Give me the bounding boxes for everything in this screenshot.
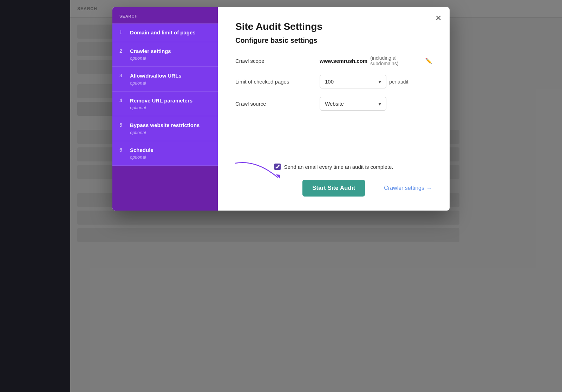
item-title-1: Domain and limit of pages bbox=[130, 29, 196, 36]
close-button[interactable]: ✕ bbox=[433, 13, 444, 24]
email-row: Send an email every time an audit is com… bbox=[235, 164, 432, 170]
crawler-settings-link[interactable]: Crawler settings → bbox=[384, 185, 432, 191]
item-number-5: 5 bbox=[119, 122, 125, 128]
limit-select-wrapper: 100 500 1000 5000 10000 ▼ bbox=[320, 75, 386, 88]
crawl-scope-row: Crawl scope www.semrush.com (including a… bbox=[235, 55, 432, 66]
modal: ✕ SEARCH 1 Domain and limit of pages 2 C… bbox=[112, 7, 450, 211]
item-number-4: 4 bbox=[119, 98, 125, 103]
item-title-2: Crawler settings bbox=[130, 48, 171, 55]
item-title-6: Schedule bbox=[130, 147, 153, 154]
button-row: Start Site Audit Crawler settings → bbox=[235, 180, 432, 197]
limit-row: Limit of checked pages 100 500 1000 5000… bbox=[235, 75, 432, 88]
limit-label: Limit of checked pages bbox=[235, 79, 313, 85]
crawl-source-select[interactable]: Website Sitemap Text file bbox=[320, 97, 386, 111]
start-audit-button[interactable]: Start Site Audit bbox=[302, 180, 365, 197]
sidebar-item-remove-url[interactable]: 4 Remove URL parameters optional bbox=[112, 92, 218, 117]
item-subtitle-3: optional bbox=[130, 80, 182, 86]
modal-sidebar: SEARCH 1 Domain and limit of pages 2 Cra… bbox=[112, 7, 218, 211]
sidebar-item-allow-disallow[interactable]: 3 Allow/disallow URLs optional bbox=[112, 67, 218, 92]
modal-overlay: ✕ SEARCH 1 Domain and limit of pages 2 C… bbox=[0, 0, 562, 392]
sidebar-item-domain[interactable]: 1 Domain and limit of pages bbox=[112, 24, 218, 42]
sidebar-header: SEARCH bbox=[112, 7, 218, 24]
domain-text: www.semrush.com bbox=[320, 58, 367, 64]
item-title-3: Allow/disallow URLs bbox=[130, 72, 182, 79]
limit-value-area: 100 500 1000 5000 10000 ▼ per audit bbox=[320, 75, 408, 88]
crawl-source-value-area: Website Sitemap Text file ▼ bbox=[320, 97, 386, 111]
item-subtitle-2: optional bbox=[130, 55, 171, 61]
email-label: Send an email every time an audit is com… bbox=[284, 164, 393, 170]
crawl-scope-label: Crawl scope bbox=[235, 58, 313, 64]
item-number-6: 6 bbox=[119, 147, 125, 153]
crawl-source-select-wrapper: Website Sitemap Text file ▼ bbox=[320, 97, 386, 111]
item-subtitle-6: optional bbox=[130, 154, 153, 160]
crawl-scope-value: www.semrush.com (including all subdomain… bbox=[320, 55, 432, 66]
sidebar-item-bypass[interactable]: 5 Bypass website restrictions optional bbox=[112, 116, 218, 141]
email-checkbox-wrapper: Send an email every time an audit is com… bbox=[274, 164, 393, 170]
email-checkbox[interactable] bbox=[274, 164, 281, 170]
domain-sub: (including all subdomains) bbox=[370, 55, 422, 66]
crawl-source-label: Crawl source bbox=[235, 101, 313, 107]
item-subtitle-5: optional bbox=[130, 130, 200, 135]
per-audit-text: per audit bbox=[389, 79, 408, 85]
svg-marker-0 bbox=[276, 174, 280, 179]
modal-title: Site Audit Settings bbox=[235, 21, 432, 32]
sidebar-item-schedule[interactable]: 6 Schedule optional bbox=[112, 141, 218, 166]
modal-footer: Send an email every time an audit is com… bbox=[235, 153, 432, 197]
item-title-4: Remove URL parameters bbox=[130, 97, 192, 104]
item-number-3: 3 bbox=[119, 73, 125, 78]
limit-select[interactable]: 100 500 1000 5000 10000 bbox=[320, 75, 386, 88]
close-icon: ✕ bbox=[435, 14, 442, 23]
crawler-settings-arrow-icon: → bbox=[426, 185, 432, 191]
item-number-1: 1 bbox=[119, 29, 125, 35]
crawler-settings-text: Crawler settings bbox=[384, 185, 424, 191]
item-number-2: 2 bbox=[119, 48, 125, 54]
sidebar-search-label: SEARCH bbox=[119, 14, 138, 18]
crawl-source-row: Crawl source Website Sitemap Text file ▼ bbox=[235, 97, 432, 111]
edit-icon[interactable]: ✏️ bbox=[425, 58, 432, 64]
sidebar-item-crawler[interactable]: 2 Crawler settings optional bbox=[112, 42, 218, 67]
item-title-5: Bypass website restrictions bbox=[130, 122, 200, 129]
modal-content: Site Audit Settings Configure basic sett… bbox=[218, 7, 450, 211]
modal-subtitle: Configure basic settings bbox=[235, 36, 432, 45]
item-subtitle-4: optional bbox=[130, 105, 192, 110]
